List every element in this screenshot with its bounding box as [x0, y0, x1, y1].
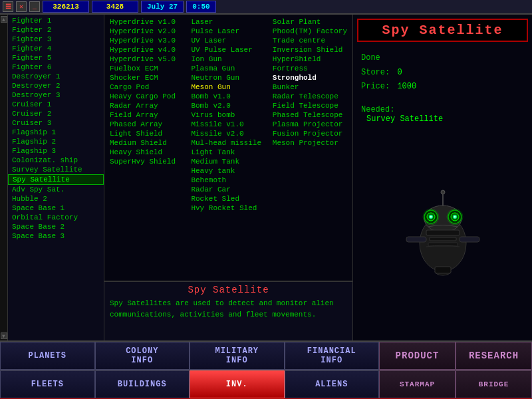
equip-item[interactable]: Field Telescope — [271, 101, 348, 110]
ship-item[interactable]: Flagship 2 — [8, 137, 104, 146]
equip-item[interactable]: Hyperdrive v5.0 — [108, 55, 184, 64]
ship-item[interactable]: Destroyer 1 — [8, 72, 104, 81]
aliens-button[interactable]: ALIENS — [285, 370, 380, 398]
equip-item[interactable]: SuperHvy Shield — [108, 157, 184, 166]
equip-item[interactable]: Heavy Cargo Pod — [108, 92, 184, 101]
equip-item[interactable]: Virus bomb — [190, 110, 265, 120]
ship-item[interactable]: Hubble 2 — [8, 194, 104, 203]
equip-item[interactable]: Phased Telescope — [271, 110, 348, 120]
ship-item[interactable]: Fighter 5 — [8, 53, 104, 63]
colony-info-button[interactable]: COLONYINFO — [95, 342, 190, 370]
fleets-button[interactable]: FLEETS — [0, 370, 95, 398]
ship-item[interactable]: Spy Satellite — [8, 174, 104, 185]
equip-item[interactable]: Fusion Projector — [271, 129, 348, 138]
ship-item[interactable]: Fighter 3 — [8, 35, 104, 44]
planets-button[interactable]: PLANETS — [0, 342, 95, 370]
equip-item[interactable]: Hyperdrive v1.0 — [108, 17, 184, 27]
ship-item[interactable]: Colonizat. ship — [8, 156, 104, 165]
desc-title: Spy Satellite — [110, 285, 347, 295]
equip-item[interactable]: Phood(TM) Factory — [271, 27, 348, 36]
equip-item[interactable]: Cargo Pod — [108, 82, 184, 92]
equip-item[interactable]: Hyperdrive v3.0 — [108, 36, 184, 45]
scroll-down-arrow[interactable]: ▼ — [1, 332, 7, 339]
equip-item[interactable]: Meson Gun — [190, 82, 265, 92]
equip-item[interactable]: Missile v1.0 — [190, 120, 265, 129]
equip-item[interactable]: Trade centre — [271, 36, 348, 45]
price-value: 1000 — [397, 82, 416, 91]
ship-item[interactable]: Fighter 6 — [8, 63, 104, 72]
equip-item[interactable]: Bomb v1.0 — [190, 92, 265, 101]
ship-item[interactable]: Survey Satellite — [8, 165, 104, 174]
equip-item[interactable]: Missile v2.0 — [190, 129, 265, 138]
equip-item[interactable]: UV Pulse Laser — [190, 45, 265, 55]
ship-item[interactable]: Flagship 1 — [8, 128, 104, 137]
bridge-button[interactable]: BRIDGE — [456, 370, 532, 398]
equip-item[interactable]: Ion Gun — [190, 55, 265, 64]
ship-item[interactable]: Space Base 1 — [8, 203, 104, 213]
ship-item[interactable]: Orbital Factory — [8, 213, 104, 222]
equip-item[interactable]: Medium Tank — [190, 157, 265, 166]
ship-item[interactable]: Destroyer 3 — [8, 90, 104, 100]
svg-point-5 — [430, 215, 432, 217]
desc-text: Spy Satellites are used to detect and mo… — [110, 298, 347, 320]
starmap-button[interactable]: STARMAP — [379, 370, 456, 398]
done-label: Done — [361, 53, 380, 63]
equip-item[interactable]: Bomb v2.0 — [190, 101, 265, 110]
ship-item[interactable]: Fighter 2 — [8, 25, 104, 35]
ship-item[interactable]: Space Base 3 — [8, 231, 104, 241]
equip-item[interactable]: HyperShield — [271, 55, 348, 64]
right-panel: Spy Satellite Done Store: 0 Price: 1000 … — [352, 15, 532, 340]
menu-button[interactable]: ☰ — [3, 1, 13, 12]
minimize-button[interactable]: _ — [29, 1, 40, 12]
ship-item[interactable]: Flagship 3 — [8, 146, 104, 156]
equip-item[interactable]: Plasma Projector — [271, 120, 348, 129]
equip-item[interactable]: Bunker — [271, 82, 348, 92]
research-button[interactable]: RESEARCH — [456, 342, 532, 370]
product-button[interactable]: PRODUCT — [379, 342, 456, 370]
ship-item[interactable]: Cruiser 1 — [8, 100, 104, 109]
equip-item[interactable]: Neutron Gun — [190, 73, 265, 82]
equip-item[interactable]: Heavy tank — [190, 166, 265, 176]
equip-item[interactable]: Light Shield — [108, 129, 184, 138]
equip-item[interactable]: Pulse Laser — [190, 27, 265, 36]
equip-item[interactable]: Rocket Sled — [190, 194, 265, 203]
equip-item[interactable]: Heavy Shield — [108, 148, 184, 157]
ship-item[interactable]: Space Base 2 — [8, 222, 104, 231]
equip-item[interactable]: Laser — [190, 17, 265, 27]
equip-item[interactable]: UV Laser — [190, 36, 265, 45]
equip-item[interactable]: Plasma Gun — [190, 64, 265, 73]
equip-item[interactable]: Fuelbox ECM — [108, 64, 184, 73]
equip-item[interactable]: Light Tank — [190, 148, 265, 157]
close-button[interactable]: ✕ — [16, 1, 27, 12]
equip-item[interactable]: Hvy Rocket Sled — [190, 203, 265, 213]
equip-item[interactable]: Hyperdrive v4.0 — [108, 45, 184, 55]
equip-item[interactable]: Mul-head missile — [190, 138, 265, 148]
equip-item[interactable]: Radar Telescope — [271, 92, 348, 101]
military-info-button[interactable]: MILITARYINFO — [190, 342, 285, 370]
equip-item[interactable]: Medium Shield — [108, 138, 184, 148]
scroll-up-arrow[interactable]: ▲ — [1, 16, 7, 23]
equip-item[interactable]: Fortress — [271, 64, 348, 73]
store-value: 0 — [397, 68, 402, 77]
equip-item[interactable]: Radar Array — [108, 101, 184, 110]
equip-item[interactable]: Phased Array — [108, 120, 184, 129]
equip-item[interactable]: Behemoth — [190, 176, 265, 185]
resource2-display: 3428 — [92, 1, 138, 13]
ship-item[interactable]: Adv Spy Sat. — [8, 185, 104, 194]
equip-item[interactable]: Hyperdrive v2.0 — [108, 27, 184, 36]
equip-item[interactable]: Stronghold — [271, 73, 348, 82]
financial-info-button[interactable]: FINANCIALINFO — [285, 342, 380, 370]
equip-item[interactable]: Field Array — [108, 110, 184, 120]
equip-item[interactable]: Meson Projector — [271, 138, 348, 148]
equip-item[interactable]: Radar Car — [190, 185, 265, 194]
ship-item[interactable]: Cruiser 3 — [8, 118, 104, 128]
inv-button[interactable]: INV. — [190, 370, 285, 398]
equip-item[interactable]: Solar Plant — [271, 17, 348, 27]
equip-item[interactable]: Inversion Shield — [271, 45, 348, 55]
ship-item[interactable]: Fighter 1 — [8, 16, 104, 25]
ship-item[interactable]: Cruiser 2 — [8, 109, 104, 118]
ship-item[interactable]: Destroyer 2 — [8, 81, 104, 90]
ship-item[interactable]: Fighter 4 — [8, 44, 104, 53]
equip-item[interactable]: Shocker ECM — [108, 73, 184, 82]
buildings-button[interactable]: BUILDINGS — [95, 370, 190, 398]
